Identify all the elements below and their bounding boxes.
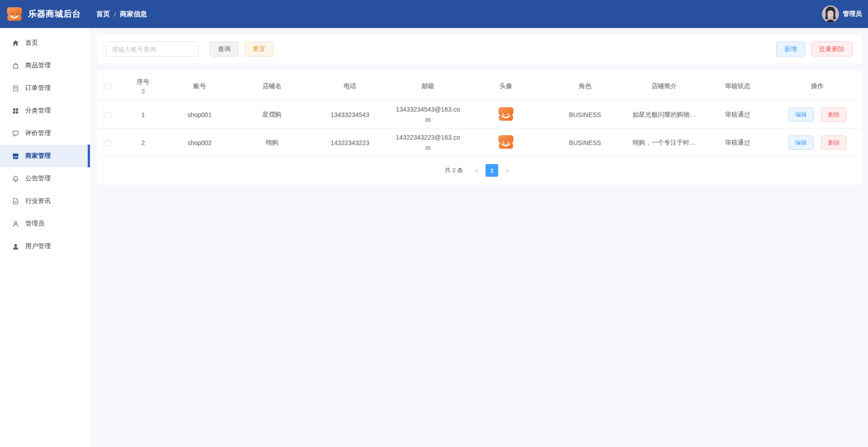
prev-page-icon[interactable]: <	[470, 164, 483, 177]
col-intro: 店铺简介	[626, 72, 703, 101]
toolbar-actions: 新增 批量删除	[776, 42, 853, 56]
delete-button[interactable]: 删除	[821, 108, 846, 122]
col-index: 序号	[119, 72, 167, 101]
batch-delete-button[interactable]: 批量删除	[811, 42, 853, 56]
sidebar-item-merchants[interactable]: 商家管理	[0, 145, 90, 167]
table-row: 1 shop001 星熠购 13433234543 13433234543@16…	[97, 101, 862, 129]
sidebar-item-label: 商品管理	[25, 61, 51, 70]
next-page-icon[interactable]: >	[501, 164, 514, 177]
pagination: 共 2 条 < 1 >	[97, 164, 862, 177]
breadcrumb-separator: /	[114, 10, 116, 18]
cell-intro: 如星光般闪耀的购物…	[626, 101, 703, 129]
sidebar-item-reviews[interactable]: 评价管理	[0, 122, 90, 145]
cell-phone: 14322343223	[311, 129, 388, 157]
sidebar-item-label: 分类管理	[25, 107, 51, 115]
cell-index: 2	[119, 129, 167, 157]
col-role: 角色	[544, 72, 626, 101]
sidebar-item-label: 首页	[25, 39, 38, 47]
query-button[interactable]: 查询	[210, 42, 239, 56]
table-header-row: 序号 账号 店铺名 电话 邮箱 头像 角色 店铺简介	[97, 72, 862, 101]
account-search-input[interactable]	[106, 42, 198, 56]
sidebar-item-home[interactable]: 首页	[0, 32, 90, 54]
edit-button[interactable]: 编辑	[788, 136, 814, 150]
delete-button[interactable]: 删除	[821, 136, 846, 150]
breadcrumb-current: 商家信息	[120, 10, 147, 19]
add-button[interactable]: 新增	[776, 42, 805, 56]
app-title: 乐器商城后台	[28, 8, 81, 20]
col-account: 账号	[167, 72, 232, 101]
user-avatar[interactable]	[822, 5, 839, 23]
shop-avatar-storefront-icon	[497, 105, 514, 122]
cell-account: shop002	[167, 129, 232, 157]
cell-account: shop001	[167, 101, 232, 129]
cell-shop-name: 翎购	[232, 129, 311, 157]
grid-icon	[12, 107, 19, 115]
user-avatar-image	[822, 5, 839, 23]
news-doc-icon	[12, 198, 19, 205]
sidebar-item-admins[interactable]: 管理员	[0, 212, 90, 235]
cell-audit-status: 审核通过	[703, 101, 773, 129]
sidebar-item-users[interactable]: 用户管理	[0, 235, 90, 258]
sidebar-item-label: 评价管理	[25, 129, 51, 137]
sidebar-item-label: 行业资讯	[25, 197, 51, 205]
sort-desc-icon[interactable]	[141, 92, 146, 94]
app-header: 乐器商城后台 首页 / 商家信息 管理员	[0, 0, 868, 28]
sidebar: 首页 商品管理 订单管理 分类管理 评价管理 商家管理 公告管理	[0, 28, 90, 447]
shop-avatar-storefront-icon	[497, 133, 514, 151]
col-avatar: 头像	[467, 72, 544, 101]
header-user[interactable]: 管理员	[822, 5, 868, 23]
shopping-bag-icon	[12, 62, 19, 70]
sidebar-item-products[interactable]: 商品管理	[0, 54, 90, 77]
row-checkbox[interactable]	[105, 112, 111, 118]
table-row: 2 shop002 翎购 14322343223 14322343223@163…	[97, 129, 862, 157]
sidebar-item-label: 用户管理	[25, 242, 51, 250]
col-audit-status: 审核状态	[703, 72, 773, 101]
col-email: 邮箱	[388, 72, 467, 101]
breadcrumb-home[interactable]: 首页	[96, 10, 110, 19]
cell-role: BUSINESS	[544, 129, 626, 157]
cell-index: 1	[119, 101, 167, 129]
breadcrumb: 首页 / 商家信息	[96, 10, 147, 19]
pagination-total: 共 2 条	[445, 166, 463, 174]
col-phone: 电话	[311, 72, 388, 101]
app-logo-storefront-icon	[6, 5, 23, 23]
toolbar-card: 查询 重置 新增 批量删除	[97, 35, 862, 63]
brand: 乐器商城后台	[0, 5, 90, 23]
sidebar-item-label: 商家管理	[25, 152, 51, 160]
cell-phone: 13433234543	[311, 101, 388, 129]
sidebar-item-industry-news[interactable]: 行业资讯	[0, 190, 90, 212]
col-shop-name: 店铺名	[232, 72, 311, 101]
cell-audit-status: 审核通过	[703, 129, 773, 157]
store-icon	[12, 152, 19, 160]
cell-email: 13433234543@163.com	[394, 104, 462, 125]
sort-carets[interactable]	[122, 88, 164, 94]
page-number-current[interactable]: 1	[486, 164, 498, 177]
merchant-table: 序号 账号 店铺名 电话 邮箱 头像 角色 店铺简介	[97, 72, 862, 157]
bell-icon	[12, 175, 19, 183]
row-checkbox[interactable]	[105, 140, 111, 146]
select-all-checkbox[interactable]	[105, 84, 111, 90]
sidebar-item-label: 管理员	[25, 220, 44, 228]
user-name: 管理员	[843, 10, 862, 18]
cell-intro: 翎购，一个专注于时…	[626, 129, 703, 157]
sidebar-item-orders[interactable]: 订单管理	[0, 77, 90, 99]
cell-email: 14322343223@163.com	[394, 132, 462, 153]
person-filled-icon	[12, 243, 19, 250]
edit-button[interactable]: 编辑	[788, 108, 814, 122]
sidebar-item-categories[interactable]: 分类管理	[0, 99, 90, 122]
sidebar-item-announcements[interactable]: 公告管理	[0, 167, 90, 190]
cell-shop-name: 星熠购	[232, 101, 311, 129]
sidebar-item-label: 公告管理	[25, 174, 51, 183]
col-actions: 操作	[773, 72, 862, 101]
main-content: 查询 重置 新增 批量删除 序号	[90, 28, 868, 447]
sort-asc-icon[interactable]	[141, 88, 146, 91]
comment-icon	[12, 130, 19, 137]
reset-button[interactable]: 重置	[245, 42, 274, 56]
sidebar-item-label: 订单管理	[25, 84, 51, 92]
order-doc-icon	[12, 85, 19, 92]
person-outline-icon	[12, 220, 19, 228]
merchant-table-card: 序号 账号 店铺名 电话 邮箱 头像 角色 店铺简介	[97, 71, 862, 185]
cell-role: BUSINESS	[544, 101, 626, 129]
home-icon	[12, 39, 19, 47]
